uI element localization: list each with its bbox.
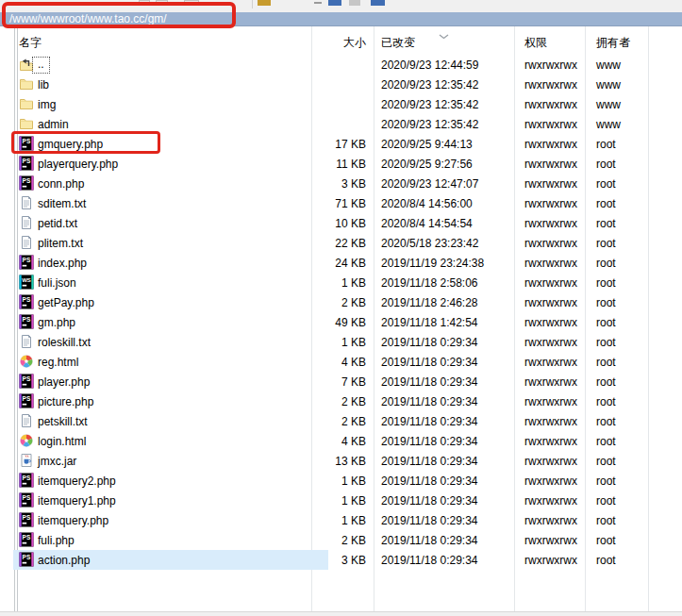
file-permissions: rwxrwxrwx [524,197,577,210]
file-row[interactable]: PS player.php 7 KB 2019/11/18 0:29:34 rw… [0,372,682,391]
file-row[interactable]: PS index.php 24 KB 2019/11/19 23:24:38 r… [0,253,682,273]
file-row[interactable]: PS itemquery1.php 1 KB 2019/11/18 0:29:3… [0,491,682,510]
toolbar-icon-fragment [139,0,150,6]
column-header-name[interactable]: 名字 [19,35,42,51]
file-changed: 2019/11/18 0:29:34 [381,534,478,547]
file-changed: 2020/9/25 9:44:13 [381,138,473,151]
file-size: 2 KB [311,296,366,309]
file-size: 1 KB [311,474,366,488]
file-row[interactable]: PS picture.php 2 KB 2019/11/18 0:29:34 r… [0,391,682,411]
file-changed: 2019/11/18 0:29:34 [381,435,478,448]
file-row[interactable]: jmxc.jar 13 KB 2019/11/18 0:29:34 rwxrwx… [0,451,682,471]
svg-text:PS: PS [23,316,31,323]
svg-text:PS: PS [23,138,31,144]
file-row[interactable]: admin 2020/9/23 12:35:42 rwxrwxrwx www [0,114,682,134]
file-owner: root [596,257,616,270]
text-file-icon [19,235,34,250]
toolbar-icon-fragment [258,0,271,6]
remote-path-bar[interactable]: /www/wwwroot/www.tao.cc/gm/ [0,12,682,26]
file-permissions: rwxrwxrwx [524,316,577,329]
file-size: 2 KB [311,415,366,428]
file-name: itemquery.php [38,514,108,527]
status-bar [0,611,682,616]
file-name: admin [38,118,69,131]
file-permissions: rwxrwxrwx [524,435,577,448]
column-header-changed[interactable]: 已改变 [381,35,415,51]
file-owner: root [596,158,616,171]
text-file-icon [19,215,34,230]
file-name: jmxc.jar [38,455,76,468]
file-owner: root [596,336,616,349]
file-changed: 2020/9/23 12:35:42 [381,78,478,92]
file-row[interactable]: petskill.txt 2 KB 2019/11/18 0:29:34 rwx… [0,411,682,431]
file-permissions: rwxrwxrwx [524,217,577,230]
file-row[interactable]: petid.txt 10 KB 2020/8/4 14:54:54 rwxrwx… [0,213,682,233]
file-row[interactable]: login.html 4 KB 2019/11/18 0:29:34 rwxrw… [0,431,682,451]
file-row[interactable]: PS itemquery.php 1 KB 2019/11/18 0:29:34… [0,510,682,530]
column-header-owner[interactable]: 拥有者 [596,35,630,51]
webstorm-file-icon: WS [19,275,34,290]
file-row[interactable]: reg.html 4 KB 2019/11/18 0:29:34 rwxrwxr… [0,352,682,372]
file-name: fuli.json [38,276,76,290]
file-owner: root [596,237,616,250]
file-name: gm.php [38,316,75,329]
file-changed: 2020/8/4 14:56:00 [381,197,473,210]
phpstorm-file-icon: PS [19,136,34,151]
file-changed: 2019/11/18 0:29:34 [381,455,478,468]
toolbar-strip [0,0,682,12]
file-row[interactable]: roleskill.txt 1 KB 2019/11/18 0:29:34 rw… [0,332,682,352]
file-changed: 2019/11/18 1:42:54 [381,316,478,329]
column-header-permissions[interactable]: 权限 [524,35,547,51]
file-size: 1 KB [311,514,366,527]
file-size: 4 KB [311,356,366,369]
toolbar-icon-fragment [156,0,168,6]
file-owner: root [596,435,616,448]
phpstorm-file-icon: PS [19,492,34,508]
file-size: 24 KB [311,257,366,270]
file-name: itemquery2.php [38,474,116,488]
file-name: plitem.txt [38,237,83,250]
file-permissions: rwxrwxrwx [524,514,577,527]
file-row[interactable]: .. 2020/9/23 12:44:59 rwxrwxrwx www [0,55,682,75]
file-name: petid.txt [38,217,77,230]
folder-icon [19,76,34,92]
file-row[interactable]: PS playerquery.php 11 KB 2020/9/25 9:27:… [0,154,682,174]
file-name: playerquery.php [38,158,118,171]
file-row[interactable]: img 2020/9/23 12:35:42 rwxrwxrwx www [0,94,682,114]
file-row[interactable]: lib 2020/9/23 12:35:42 rwxrwxrwx www [0,75,682,94]
phpstorm-file-icon: PS [19,255,34,270]
file-size: 7 KB [311,375,366,389]
file-owner: www [596,58,621,72]
file-owner: root [596,356,616,369]
file-row[interactable]: PS gm.php 49 KB 2019/11/18 1:42:54 rwxrw… [0,312,682,332]
file-size: 71 KB [311,197,366,210]
file-row[interactable]: sditem.txt 71 KB 2020/8/4 14:56:00 rwxrw… [0,193,682,213]
column-header-size[interactable]: 大小 [311,35,366,51]
remote-path-text: /www/wwwroot/www.tao.cc/gm/ [9,12,167,25]
svg-text:PS: PS [23,177,31,184]
html-file-icon [19,433,34,448]
file-row[interactable]: PS fuli.php 2 KB 2019/11/18 0:29:34 rwxr… [0,530,682,550]
file-permissions: rwxrwxrwx [524,237,577,250]
file-changed: 2019/11/18 0:29:34 [381,356,478,369]
file-row[interactable]: plitem.txt 22 KB 2020/5/18 23:23:42 rwxr… [0,233,682,253]
file-name: login.html [38,435,86,448]
file-row[interactable]: WS fuli.json 1 KB 2019/11/18 2:58:06 rwx… [0,273,682,292]
file-row[interactable]: PS gmquery.php 17 KB 2020/9/25 9:44:13 r… [0,134,682,154]
file-owner: root [596,494,616,508]
file-size: 2 KB [311,395,366,408]
file-size: 10 KB [311,217,366,230]
file-permissions: rwxrwxrwx [524,58,577,72]
file-owner: root [596,395,616,408]
file-row[interactable]: PS getPay.php 2 KB 2019/11/18 2:46:28 rw… [0,292,682,312]
file-size: 4 KB [311,435,366,448]
file-owner: root [596,415,616,428]
svg-text:PS: PS [23,494,31,501]
file-size: 2 KB [311,534,366,547]
file-row[interactable]: PS action.php 3 KB 2019/11/18 0:29:34 rw… [0,550,682,570]
phpstorm-file-icon: PS [19,393,34,408]
file-row[interactable]: PS conn.php 3 KB 2020/9/23 12:47:07 rwxr… [0,174,682,193]
file-size: 1 KB [311,336,366,349]
file-permissions: rwxrwxrwx [524,415,577,428]
file-row[interactable]: PS itemquery2.php 1 KB 2019/11/18 0:29:3… [0,471,682,491]
